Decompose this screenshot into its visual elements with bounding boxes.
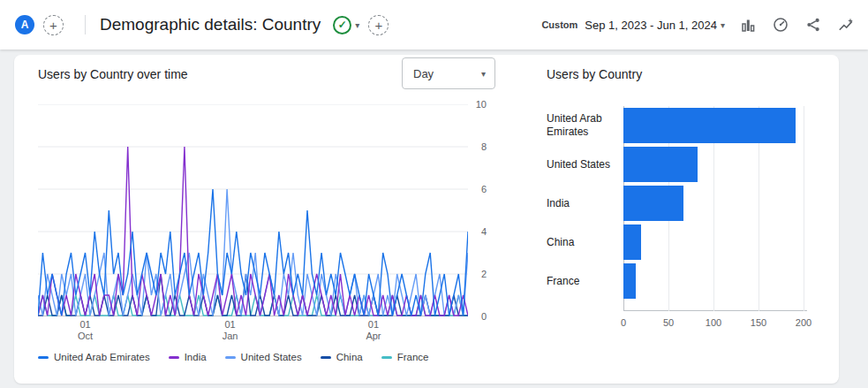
y-axis-tick-label: 8	[481, 141, 487, 152]
account-avatar[interactable]: A	[15, 15, 34, 34]
bar-category-label: China	[547, 236, 619, 249]
y-axis-tick-label: 4	[481, 226, 487, 237]
x-axis-tick-label: 150	[751, 317, 766, 328]
y-axis-tick-label: 2	[481, 269, 487, 279]
legend-label: France	[397, 352, 429, 362]
report-check-icon[interactable]: ✓	[333, 16, 351, 34]
legend-swatch	[321, 356, 331, 359]
x-axis-tick-label: 01Apr	[366, 319, 381, 342]
header-divider	[85, 15, 86, 34]
bar-india	[623, 186, 683, 221]
comparison-bars-icon[interactable]	[738, 15, 758, 34]
legend-item: India	[169, 352, 207, 362]
legend-item: France	[381, 352, 429, 362]
granularity-caret-icon: ▾	[481, 69, 486, 79]
series-line-united-states	[38, 189, 468, 316]
x-axis-tick-label: 01Oct	[78, 319, 93, 342]
bar-chart-title: Users by Country	[547, 67, 642, 81]
legend-label: United States	[241, 352, 302, 362]
bar-category-label: France	[547, 275, 619, 288]
bar-category-label: India	[547, 197, 619, 210]
bar-category-label: United Arab Emirates	[547, 112, 619, 139]
check-dropdown-caret-icon[interactable]: ▾	[355, 20, 359, 30]
x-axis-tick-label: 100	[706, 317, 721, 328]
line-chart-legend: United Arab EmiratesIndiaUnited StatesCh…	[38, 352, 429, 362]
report-card: Users by Country over time Day ▾ 0246810…	[14, 55, 839, 384]
series-line-united-arab-emirates	[38, 189, 468, 316]
legend-item: United States	[225, 352, 302, 362]
x-axis-tick-label: 50	[663, 317, 674, 328]
speedometer-icon[interactable]	[771, 15, 790, 34]
x-axis-tick-label: 01Jan	[223, 319, 238, 342]
bar-chart-x-axis: 050100150200	[623, 317, 812, 330]
legend-label: China	[336, 352, 363, 362]
legend-swatch	[225, 356, 236, 359]
date-range-selector[interactable]: Sep 1, 2023 - Jun 1, 2024	[585, 19, 717, 32]
x-axis-tick-label: 0	[621, 317, 626, 328]
line-chart-plot	[38, 104, 468, 316]
y-axis-tick-label: 0	[481, 311, 487, 322]
date-range-caret-icon[interactable]: ▾	[721, 20, 725, 30]
bar-france	[623, 263, 636, 299]
bar-category-label: United States	[547, 158, 619, 171]
legend-swatch	[38, 356, 49, 359]
bar-united-states	[623, 147, 698, 182]
line-chart-y-axis: 0246810	[474, 104, 487, 316]
insights-icon[interactable]	[836, 15, 856, 34]
bar-china	[623, 224, 641, 260]
legend-label: United Arab Emirates	[54, 352, 150, 362]
add-comparison-button[interactable]: +	[43, 15, 64, 35]
x-axis-tick-label: 200	[796, 317, 811, 328]
legend-swatch	[169, 356, 179, 359]
legend-swatch	[381, 356, 392, 359]
granularity-value: Day	[413, 67, 434, 80]
add-chip-button[interactable]: +	[368, 15, 389, 35]
line-chart-canvas	[38, 104, 468, 316]
header-right-group: Custom Sep 1, 2023 - Jun 1, 2024 ▾	[541, 15, 856, 34]
bar-row: China	[547, 223, 820, 262]
share-icon[interactable]	[804, 15, 823, 34]
y-axis-tick-label: 10	[476, 99, 487, 110]
legend-item: United Arab Emirates	[38, 352, 150, 362]
date-range-preset-label: Custom	[541, 19, 577, 30]
granularity-select[interactable]: Day ▾	[402, 57, 495, 89]
page-title: Demographic details: Country	[100, 15, 321, 34]
bar-united-arab-emirates	[623, 108, 796, 143]
line-chart-title: Users by Country over time	[38, 67, 188, 81]
header-left-group: A + Demographic details: Country ✓ ▾ +	[15, 15, 389, 35]
bar-row: United States	[547, 145, 820, 184]
bar-row: India	[547, 184, 820, 223]
legend-item: China	[321, 352, 363, 362]
legend-label: India	[185, 352, 207, 362]
bar-row: France	[547, 262, 820, 301]
bar-row: United Arab Emirates	[547, 106, 820, 145]
line-chart-x-axis: 01Oct01Jan01Apr	[38, 319, 468, 344]
top-app-bar: A + Demographic details: Country ✓ ▾ + C…	[0, 0, 868, 49]
series-line-france	[38, 295, 468, 316]
bar-chart-rows: United Arab EmiratesUnited StatesIndiaCh…	[547, 106, 820, 311]
y-axis-tick-label: 6	[481, 184, 487, 194]
